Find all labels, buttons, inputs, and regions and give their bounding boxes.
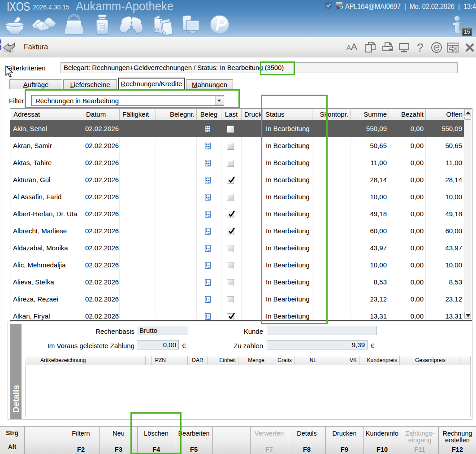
svg-text:?: ?: [417, 41, 423, 54]
svg-text:A: A: [351, 41, 357, 52]
svg-text:A: A: [346, 44, 351, 51]
